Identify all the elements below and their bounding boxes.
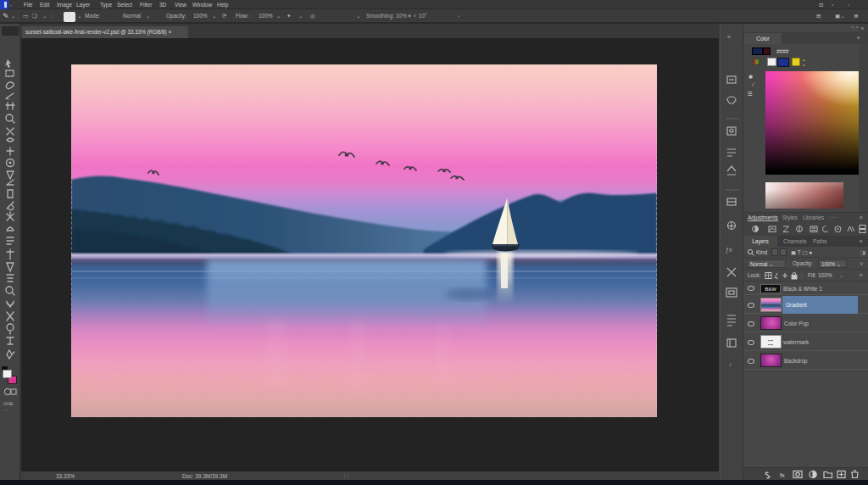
svg-text:⋯: ⋯ — [3, 407, 8, 412]
svg-text:fx: fx — [780, 471, 785, 479]
svg-text:GHE: GHE — [3, 401, 14, 406]
svg-text:ƒx: ƒx — [726, 247, 732, 254]
svg-text:«: « — [727, 34, 731, 40]
svg-text:↕: ↕ — [729, 361, 732, 367]
